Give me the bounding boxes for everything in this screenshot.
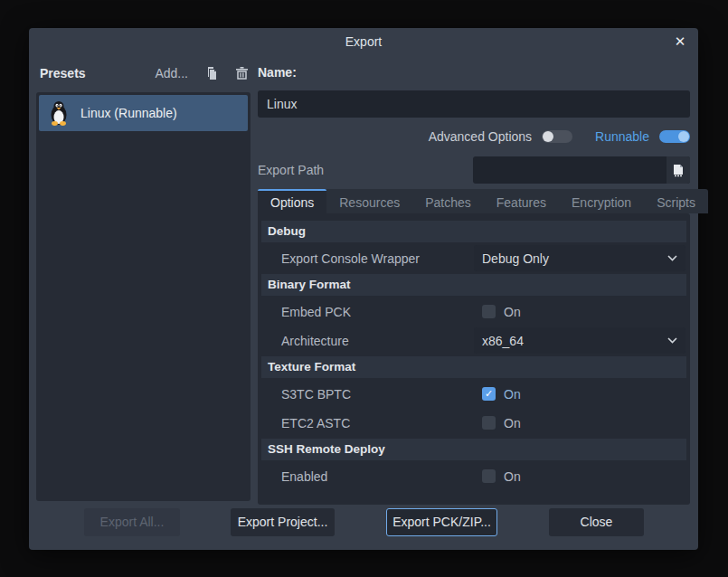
property-label: Enabled <box>261 469 474 484</box>
toggles-row: Advanced Options Runnable <box>258 123 690 150</box>
ssh-enabled-checkbox[interactable]: ✓ <box>482 469 496 483</box>
presets-title: Presets <box>40 66 86 80</box>
file-icon <box>672 164 685 177</box>
duplicate-preset-button[interactable] <box>203 64 221 82</box>
property-label: Export Console Wrapper <box>261 251 474 266</box>
property-label: ETC2 ASTC <box>261 416 474 430</box>
copy-icon <box>204 66 219 80</box>
export-path-row: Export Path <box>258 156 690 184</box>
chevron-down-icon <box>667 337 677 344</box>
options-panel: Debug Export Console Wrapper Debug Only … <box>258 213 690 505</box>
section-header-ssh-remote-deploy: SSH Remote Deploy <box>261 439 686 460</box>
name-input[interactable]: Linux <box>258 90 690 118</box>
export-dialog: Export ✕ Presets Add... <box>29 28 698 550</box>
export-all-button: Export All... <box>84 508 180 536</box>
tab-patches[interactable]: Patches <box>412 189 484 213</box>
close-button[interactable]: Close <box>549 508 644 536</box>
browse-path-button[interactable] <box>667 156 690 184</box>
tab-options[interactable]: Options <box>258 189 326 213</box>
property-row-architecture: Architecture x86_64 <box>261 327 686 354</box>
tab-scripts[interactable]: Scripts <box>644 189 708 213</box>
section-header-binary-format: Binary Format <box>261 274 686 296</box>
presets-panel: Presets Add... <box>36 62 251 501</box>
presets-header: Presets Add... <box>36 62 251 84</box>
export-console-wrapper-dropdown[interactable]: Debug Only <box>474 245 685 271</box>
property-label: Architecture <box>261 334 474 348</box>
property-row-embed-pck: Embed PCK ✓ On <box>261 298 686 325</box>
dropdown-value: x86_64 <box>482 334 667 348</box>
embed-pck-checkbox[interactable]: ✓ <box>482 305 496 318</box>
export-path-field <box>473 156 690 184</box>
trash-icon <box>235 66 249 80</box>
linux-tux-icon <box>49 100 69 126</box>
toggle-knob <box>543 131 553 142</box>
export-settings: Name: Linux Advanced Options Runnable Ex… <box>258 62 690 505</box>
section-header-texture-format: Texture Format <box>261 356 686 378</box>
etc2-astc-checkbox[interactable]: ✓ <box>482 416 496 430</box>
preset-item-linux[interactable]: Linux (Runnable) <box>39 95 248 131</box>
runnable-toggle[interactable] <box>659 130 690 143</box>
tab-resources[interactable]: Resources <box>326 189 412 213</box>
advanced-options-label: Advanced Options <box>429 129 532 144</box>
preset-list: Linux (Runnable) <box>36 92 251 501</box>
add-preset-button[interactable]: Add... <box>155 66 188 80</box>
checkbox-label: On <box>504 469 521 484</box>
s3tc-bptc-checkbox[interactable]: ✓ <box>482 387 496 401</box>
export-project-button[interactable]: Export Project... <box>231 508 335 536</box>
advanced-options-toggle[interactable] <box>542 130 572 143</box>
property-row-s3tc-bptc: S3TC BPTC ✓ On <box>261 381 686 407</box>
name-label: Name: <box>258 62 690 84</box>
checkbox-label: On <box>504 387 521 402</box>
property-row-export-console-wrapper: Export Console Wrapper Debug Only <box>261 245 686 271</box>
tab-encryption[interactable]: Encryption <box>559 189 644 213</box>
export-path-label: Export Path <box>258 163 473 177</box>
tab-bar: Options Resources Patches Features Encry… <box>258 189 708 213</box>
architecture-dropdown[interactable]: x86_64 <box>474 327 685 354</box>
dialog-title: Export <box>29 34 698 49</box>
property-row-etc2-astc: ETC2 ASTC ✓ On <box>261 410 686 436</box>
close-icon[interactable]: ✕ <box>671 33 689 51</box>
property-label: S3TC BPTC <box>261 387 474 402</box>
preset-item-label: Linux (Runnable) <box>80 106 177 120</box>
export-pck-zip-button[interactable]: Export PCK/ZIP... <box>386 508 497 536</box>
section-header-debug: Debug <box>261 221 686 242</box>
delete-preset-button[interactable] <box>232 64 251 82</box>
property-label: Embed PCK <box>261 305 474 319</box>
runnable-label: Runnable <box>595 129 649 144</box>
checkbox-label: On <box>504 305 521 319</box>
tab-features[interactable]: Features <box>484 189 559 213</box>
chevron-down-icon <box>667 255 677 261</box>
property-row-enabled: Enabled ✓ On <box>261 463 686 489</box>
dropdown-value: Debug Only <box>482 251 667 266</box>
checkbox-label: On <box>504 416 521 430</box>
toggle-knob <box>678 131 689 142</box>
